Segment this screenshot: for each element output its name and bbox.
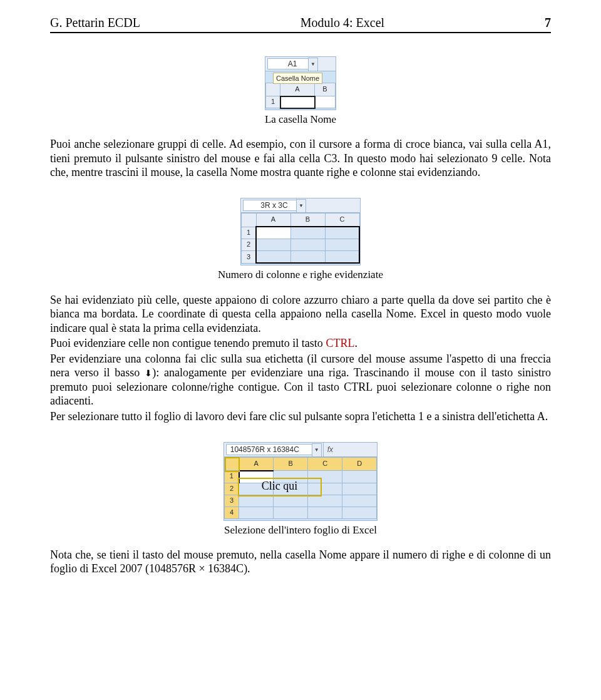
namebox-value: 3R x 3C xyxy=(260,201,287,210)
cell xyxy=(342,495,377,507)
cell xyxy=(308,471,342,483)
select-all-corner xyxy=(266,83,280,96)
figure-namebox-single: A1 ▼ Casella Nome A B 1 xyxy=(50,56,551,110)
row-header: 2 xyxy=(242,239,257,251)
col-header: B xyxy=(315,83,336,96)
figure-selection-3x3: 3R x 3C ▼ A B C 1 2 xyxy=(50,197,551,265)
cell xyxy=(342,483,377,495)
down-arrow-icon: ⬇ xyxy=(145,369,152,378)
figure-caption: Selezione dell'intero foglio di Excel xyxy=(50,523,551,537)
namebox-value: 1048576R x 16384C xyxy=(230,445,299,454)
row-header: 2 xyxy=(224,483,239,495)
paragraph: Per selezionare tutto il foglio di lavor… xyxy=(50,409,551,424)
col-header: A xyxy=(280,83,315,96)
cell xyxy=(308,483,342,495)
cell xyxy=(315,96,336,108)
cell xyxy=(290,227,325,239)
dropdown-icon: ▼ xyxy=(312,443,322,457)
paragraph: Per evidenziare una colonna fai clic sul… xyxy=(50,352,551,408)
figure-caption: Numero di colonne e righe evidenziate xyxy=(50,268,551,281)
cell xyxy=(308,507,342,518)
page-header: G. Pettarin ECDL Modulo 4: Excel 7 xyxy=(50,15,551,33)
dropdown-icon: ▼ xyxy=(296,199,306,213)
namebox: 3R x 3C ▼ xyxy=(243,200,306,211)
col-header: B xyxy=(290,214,325,227)
row-header: 1 xyxy=(242,227,257,239)
cell xyxy=(256,239,290,251)
ctrl-key-text: CTRL xyxy=(326,337,354,349)
select-all-corner xyxy=(224,457,239,471)
cell xyxy=(325,251,359,264)
col-header: C xyxy=(308,457,342,471)
figure-select-all-sheet: 1048576R x 16384C ▼ fx A B C D 1 2 xyxy=(50,441,551,521)
text-run: Puoi evidenziare celle non contigue tene… xyxy=(50,337,326,349)
text-run: . xyxy=(354,337,357,349)
paragraph: Puoi evidenziare celle non contigue tene… xyxy=(50,336,551,351)
cell xyxy=(308,495,342,507)
header-right: 7 xyxy=(545,15,551,31)
cell xyxy=(256,227,290,239)
col-header: C xyxy=(325,214,359,227)
overlay-click-here: Clic qui xyxy=(262,479,298,493)
row-header: 1 xyxy=(224,471,239,483)
cell xyxy=(325,239,359,251)
cell xyxy=(325,227,359,239)
select-all-corner xyxy=(242,214,257,227)
col-header: A xyxy=(239,457,274,471)
fx-label: fx xyxy=(323,443,337,456)
figure-caption: La casella Nome xyxy=(50,113,551,126)
col-header: D xyxy=(342,457,377,471)
cell xyxy=(342,471,377,483)
cell xyxy=(290,251,325,264)
paragraph: Puoi anche selezionare gruppi di celle. … xyxy=(50,137,551,180)
paragraph: Se hai evidenziato più celle, queste app… xyxy=(50,293,551,336)
row-header: 3 xyxy=(224,495,239,507)
header-center: Modulo 4: Excel xyxy=(140,15,545,31)
cell xyxy=(256,251,290,264)
row-header: 1 xyxy=(266,96,280,108)
col-header: A xyxy=(256,214,290,227)
namebox: A1 ▼ Casella Nome xyxy=(267,58,317,69)
cell xyxy=(239,495,274,507)
cell xyxy=(290,239,325,251)
namebox-value: A1 xyxy=(288,59,297,68)
dropdown-icon: ▼ xyxy=(308,58,318,71)
cell-a1 xyxy=(280,96,315,108)
namebox: 1048576R x 16384C ▼ xyxy=(226,444,321,455)
cell xyxy=(274,495,308,507)
row-header: 4 xyxy=(224,507,239,518)
col-header: B xyxy=(274,457,308,471)
row-header: 3 xyxy=(242,251,257,264)
paragraph: Nota che, se tieni il tasto del mouse pr… xyxy=(50,548,551,576)
header-left: G. Pettarin ECDL xyxy=(50,15,140,31)
cell xyxy=(274,507,308,518)
namebox-tooltip: Casella Nome xyxy=(273,73,322,84)
cell xyxy=(239,507,274,518)
cell xyxy=(342,507,377,518)
